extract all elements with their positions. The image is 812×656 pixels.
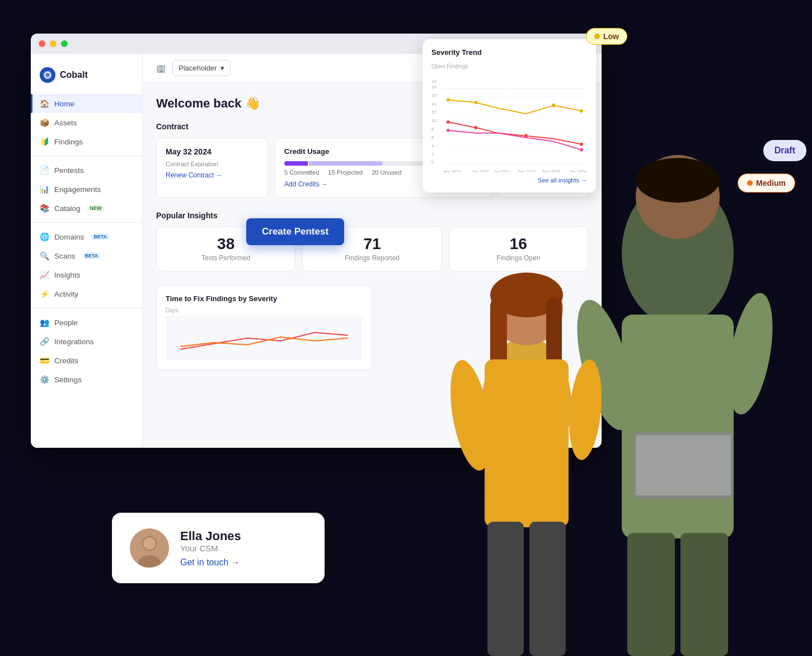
sidebar-item-label: People xyxy=(54,318,78,327)
low-badge: Low xyxy=(586,28,627,45)
scans-icon: 🔍 xyxy=(40,251,49,260)
insights-section-title: Popular Insights xyxy=(156,211,588,220)
svg-rect-56 xyxy=(487,522,524,656)
svg-text:Jun 2023: Jun 2023 xyxy=(471,169,489,172)
svg-point-43 xyxy=(720,290,780,418)
svg-point-21 xyxy=(580,109,583,113)
domains-badge: BETA xyxy=(91,233,110,240)
committed-label: 5 Committed xyxy=(284,169,319,176)
sidebar-item-people[interactable]: 👥 People xyxy=(31,313,142,332)
csm-name: Ella Jones xyxy=(180,529,241,543)
org-selector[interactable]: Placeholder ▾ xyxy=(172,60,231,76)
svg-text:14: 14 xyxy=(431,101,436,106)
sidebar-item-domains[interactable]: 🌐 Domains BETA xyxy=(31,227,142,246)
svg-point-20 xyxy=(551,103,556,107)
svg-text:18: 18 xyxy=(431,85,436,90)
domains-icon: 🌐 xyxy=(40,232,49,241)
sidebar-item-insights[interactable]: 📈 Insights xyxy=(31,265,142,284)
expiry-label: Contract Expiration xyxy=(166,161,259,167)
close-dot[interactable] xyxy=(39,40,45,47)
maximize-dot[interactable] xyxy=(61,40,68,47)
home-icon: 🏠 xyxy=(40,99,49,108)
csm-info: Ella Jones Your CSM Get in touch → xyxy=(180,529,241,568)
sidebar-item-home[interactable]: 🏠 Home xyxy=(31,94,142,113)
svg-point-26 xyxy=(447,129,450,132)
csm-popup: Ella Jones Your CSM Get in touch → xyxy=(112,513,325,583)
svg-text:2: 2 xyxy=(431,152,434,157)
create-pentest-button[interactable]: Create Pentest xyxy=(246,218,344,245)
sidebar-item-label: Findings xyxy=(54,138,83,146)
svg-rect-45 xyxy=(680,533,728,656)
csm-cta-link[interactable]: Get in touch → xyxy=(180,557,240,567)
sidebar-item-label: Activity xyxy=(54,290,78,298)
sidebar-item-credits[interactable]: 💳 Credits xyxy=(31,351,142,370)
draft-badge: Draft xyxy=(763,140,806,161)
contract-expiry-card: May 32 2024 Contract Expiration Renew Co… xyxy=(156,138,268,198)
sidebar-item-label: Scans xyxy=(54,252,76,260)
svg-text:Jul 2023: Jul 2023 xyxy=(494,169,509,172)
low-dot xyxy=(594,34,600,39)
svg-point-18 xyxy=(447,98,450,101)
medium-badge: Medium xyxy=(738,174,795,193)
sidebar-item-settings[interactable]: ⚙️ Settings xyxy=(31,370,142,389)
insight-card-findings-open: 16 Findings Open xyxy=(449,227,588,271)
svg-rect-46 xyxy=(633,432,734,499)
svg-rect-41 xyxy=(622,315,734,538)
svg-point-37 xyxy=(143,537,156,550)
svg-text:20: 20 xyxy=(431,79,436,85)
sidebar-item-label: Insights xyxy=(54,271,81,279)
insights-row: 38 Tests Performed 71 Findings Reported … xyxy=(156,227,588,271)
sidebar-item-label: Credits xyxy=(54,357,78,365)
org-placeholder: Placeholder xyxy=(179,64,217,72)
sidebar-item-label: Pentests xyxy=(54,166,84,175)
svg-point-25 xyxy=(580,143,583,146)
findings-open-num: 16 xyxy=(461,236,576,252)
chart-placeholder xyxy=(166,316,363,360)
sidebar-divider-2 xyxy=(31,222,142,223)
tests-label: Tests Performed xyxy=(168,254,284,262)
csm-role: Your CSM xyxy=(180,543,241,553)
activity-icon: ⚡ xyxy=(40,289,49,298)
severity-chart-area: 0 2 4 6 8 10 12 14 16 18 20 xyxy=(431,72,587,172)
building-icon: 🏢 xyxy=(156,64,166,73)
sidebar-item-scans[interactable]: 🔍 Scans BETA xyxy=(31,246,142,265)
svg-point-38 xyxy=(622,180,734,326)
minimize-dot[interactable] xyxy=(50,40,57,47)
medium-label: Medium xyxy=(756,179,786,188)
sidebar-item-assets[interactable]: 📦 Assets xyxy=(31,113,142,132)
assets-icon: 📦 xyxy=(40,118,49,127)
svg-text:0: 0 xyxy=(431,160,434,165)
draft-label: Draft xyxy=(775,146,795,155)
sidebar-item-activity[interactable]: ⚡ Activity xyxy=(31,284,142,303)
unused-label: 20 Unused xyxy=(372,169,401,176)
svg-text:8: 8 xyxy=(431,126,434,132)
findings-icon: 🔰 xyxy=(40,137,49,146)
svg-point-22 xyxy=(447,120,450,124)
projected-label: 15 Projected xyxy=(328,169,363,176)
scans-badge: BETA xyxy=(82,252,101,259)
committed-bar xyxy=(284,161,308,166)
see-all-insights-link[interactable]: See all insights → xyxy=(431,177,587,184)
svg-text:6: 6 xyxy=(431,135,434,140)
renew-contract-link[interactable]: Renew Contract → xyxy=(166,171,222,179)
svg-text:4: 4 xyxy=(431,143,434,148)
sidebar-item-pentests[interactable]: 📄 Pentests xyxy=(31,161,142,180)
time-to-fix-title: Time to Fix Findings by Severity xyxy=(166,294,363,303)
sidebar-item-findings[interactable]: 🔰 Findings xyxy=(31,132,142,151)
dropdown-arrow-icon: ▾ xyxy=(220,64,224,72)
sidebar-item-label: Assets xyxy=(54,119,77,127)
medium-dot xyxy=(747,180,753,186)
svg-text:12: 12 xyxy=(431,110,436,115)
sidebar-item-engagements[interactable]: 📊 Engagements xyxy=(31,180,142,199)
sidebar-item-integrations[interactable]: 🔗 Integrations xyxy=(31,332,142,351)
severity-trend-title: Severity Trend xyxy=(431,48,587,57)
credits-icon: 💳 xyxy=(40,356,49,365)
svg-point-19 xyxy=(474,101,477,104)
catalog-icon: 📚 xyxy=(40,204,49,213)
sidebar: Cobalt 🏠 Home 📦 Assets 🔰 Findings 📄 xyxy=(31,54,143,448)
sidebar-divider-1 xyxy=(31,156,142,156)
y-axis-label: Open Findings xyxy=(431,63,587,69)
svg-text:Apr 2023: Apr 2023 xyxy=(444,169,461,172)
csm-avatar xyxy=(130,528,169,568)
sidebar-item-catalog[interactable]: 📚 Catalog NEW xyxy=(31,199,142,218)
